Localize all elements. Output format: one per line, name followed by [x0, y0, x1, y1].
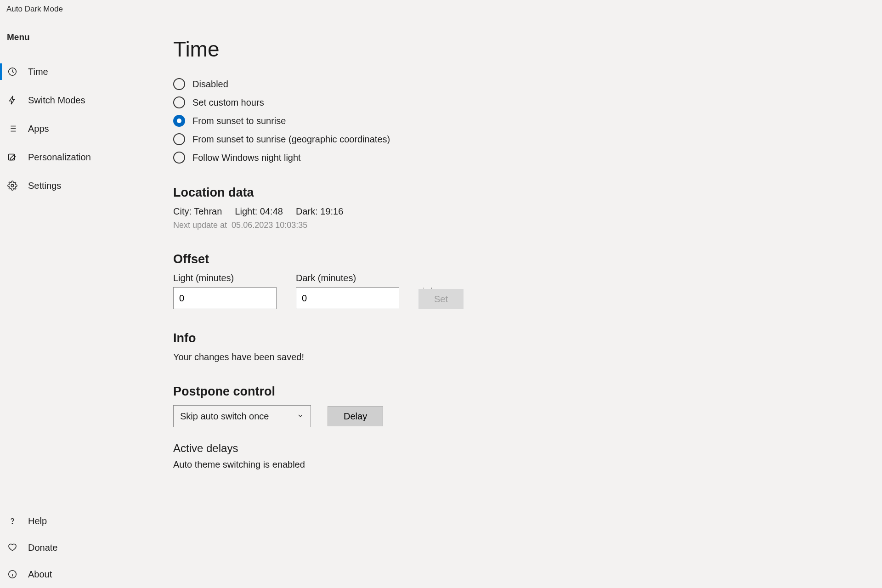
- radio-night-light[interactable]: Follow Windows night light: [173, 152, 882, 164]
- radio-circle-icon: [173, 115, 185, 127]
- location-section: Location data City: Tehran Light: 04:48 …: [173, 186, 882, 230]
- radio-sunset-sunrise-geo[interactable]: From sunset to sunrise (geographic coord…: [173, 133, 882, 145]
- info-message: Your changes have been saved!: [173, 352, 882, 362]
- offset-heading: Offset: [173, 252, 882, 266]
- dark-time-label: Dark: 19:16: [296, 206, 343, 217]
- chevron-down-icon: [297, 411, 304, 422]
- sidebar-item-settings[interactable]: Settings: [0, 173, 173, 198]
- app-title: Auto Dark Mode: [6, 5, 63, 14]
- info-icon: [7, 569, 18, 580]
- pencil-square-icon: [7, 152, 18, 163]
- location-heading: Location data: [173, 186, 882, 200]
- bolt-icon: [7, 95, 18, 106]
- offset-dark-label: Dark (minutes): [296, 273, 399, 283]
- delay-button[interactable]: Delay: [328, 406, 383, 426]
- sidebar-item-label: Switch Modes: [28, 95, 85, 106]
- menu-heading: Menu: [0, 32, 173, 42]
- list-icon: [7, 123, 18, 134]
- question-icon: [7, 515, 18, 526]
- sidebar-item-label: Settings: [28, 181, 61, 191]
- main-content: Time Disabled Set custom hours From suns…: [173, 18, 882, 588]
- postpone-heading: Postpone control: [173, 384, 882, 399]
- svg-point-3: [12, 523, 12, 524]
- svg-point-2: [11, 184, 14, 187]
- radio-circle-icon: [173, 133, 185, 145]
- active-delays-heading: Active delays: [173, 442, 882, 455]
- radio-label: Follow Windows night light: [192, 153, 301, 163]
- postpone-dropdown-value: Skip auto switch once: [180, 411, 269, 422]
- info-section: Info Your changes have been saved!: [173, 331, 882, 362]
- radio-circle-icon: [173, 78, 185, 90]
- offset-light-label: Light (minutes): [173, 273, 277, 283]
- radio-custom-hours[interactable]: Set custom hours: [173, 96, 882, 108]
- sidebar-item-about[interactable]: About: [0, 561, 173, 587]
- sidebar-item-label: Time: [28, 67, 48, 77]
- postpone-dropdown[interactable]: Skip auto switch once: [173, 405, 311, 427]
- gear-icon: [7, 180, 18, 191]
- sidebar-item-personalization[interactable]: Personalization: [0, 144, 173, 170]
- sidebar-item-label: Help: [28, 516, 47, 526]
- radio-label: Disabled: [192, 79, 228, 90]
- radio-label: From sunset to sunrise: [192, 116, 286, 126]
- offset-light-value[interactable]: [174, 288, 301, 309]
- offset-dark-input[interactable]: [296, 287, 399, 309]
- next-update-label: Next update at 05.06.2023 10:03:35: [173, 220, 882, 230]
- sidebar: Menu Time Switch Modes Apps: [0, 18, 173, 588]
- radio-sunset-sunrise[interactable]: From sunset to sunrise: [173, 115, 882, 127]
- titlebar: Auto Dark Mode: [0, 0, 882, 18]
- active-delays-text: Auto theme switching is enabled: [173, 459, 882, 470]
- sidebar-item-switch-modes[interactable]: Switch Modes: [0, 87, 173, 113]
- sidebar-item-apps[interactable]: Apps: [0, 116, 173, 141]
- radio-label: From sunset to sunrise (geographic coord…: [192, 134, 390, 145]
- radio-disabled[interactable]: Disabled: [173, 78, 882, 90]
- offset-light-input[interactable]: [173, 287, 277, 309]
- sidebar-item-time[interactable]: Time: [0, 59, 173, 85]
- radio-circle-icon: [173, 152, 185, 164]
- sidebar-item-donate[interactable]: Donate: [0, 535, 173, 560]
- radio-label: Set custom hours: [192, 97, 264, 108]
- sidebar-item-label: About: [28, 569, 52, 580]
- sidebar-item-label: Apps: [28, 124, 49, 134]
- heart-icon: [7, 542, 18, 553]
- postpone-section: Postpone control Skip auto switch once D…: [173, 384, 882, 470]
- city-label: City: Tehran: [173, 206, 222, 217]
- light-time-label: Light: 04:48: [235, 206, 283, 217]
- radio-circle-icon: [173, 96, 185, 108]
- sidebar-item-label: Donate: [28, 543, 58, 553]
- offset-section: Offset Light (minutes) Dark (minutes): [173, 252, 882, 309]
- sidebar-item-help[interactable]: Help: [0, 508, 173, 534]
- page-title: Time: [173, 37, 882, 62]
- time-mode-radio-group: Disabled Set custom hours From sunset to…: [173, 78, 882, 164]
- set-button: Set: [418, 289, 464, 309]
- offset-dark-value[interactable]: [296, 288, 424, 309]
- sidebar-item-label: Personalization: [28, 152, 91, 163]
- clock-icon: [7, 66, 18, 77]
- info-heading: Info: [173, 331, 882, 345]
